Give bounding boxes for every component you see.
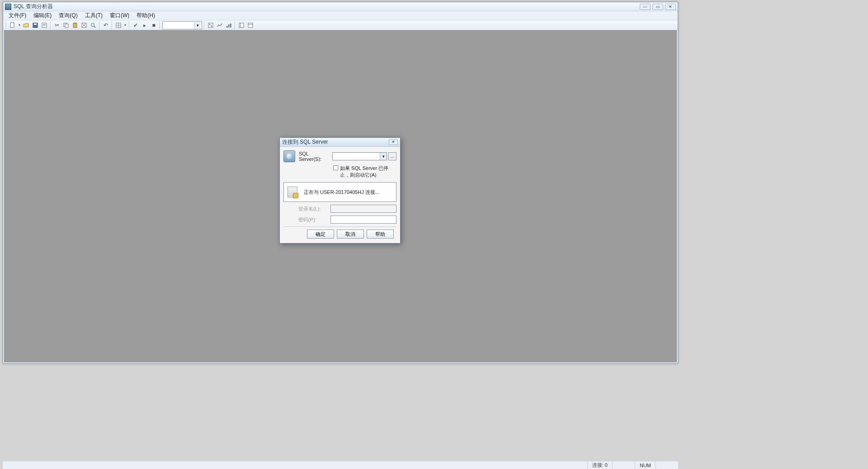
execute-mode-button[interactable] xyxy=(114,21,123,29)
password-row: 密码(P): xyxy=(283,216,396,224)
autostart-label: 如果 SQL Server 已停止，则启动它(A) xyxy=(340,165,396,178)
help-button[interactable]: 帮助 xyxy=(367,230,394,239)
execute-mode-dropdown[interactable] xyxy=(123,21,127,29)
connect-dialog: 连接到 SQL Server ✕ SQL Server(S): ▾ ... 如果… xyxy=(279,137,401,244)
clear-icon xyxy=(81,22,87,28)
svg-rect-24 xyxy=(230,23,231,28)
save-icon xyxy=(32,22,38,28)
toolbar-separator xyxy=(50,21,51,29)
svg-rect-9 xyxy=(74,23,76,24)
menu-edit[interactable]: 编辑(E) xyxy=(31,11,54,20)
titlebar[interactable]: SQL 查询分析器 — ▭ ✕ xyxy=(3,2,678,11)
dialog-title: 连接到 SQL Server xyxy=(282,138,328,146)
statusbar: 连接: 0 NUM xyxy=(3,461,678,469)
ok-button[interactable]: 确定 xyxy=(307,230,334,239)
undo-icon: ↶ xyxy=(104,23,108,28)
parse-button[interactable]: ✔ xyxy=(132,21,140,29)
open-file-button[interactable] xyxy=(22,21,30,29)
toolbar-separator xyxy=(129,21,130,29)
server-label: SQL Server(S): xyxy=(299,151,332,162)
autostart-row: 如果 SQL Server 已停止，则启动它(A) xyxy=(283,165,396,178)
clear-window-button[interactable] xyxy=(80,21,88,29)
status-connections: 连接: 0 xyxy=(587,461,612,469)
stop-icon: ■ xyxy=(152,23,155,28)
show-server-trace-button[interactable] xyxy=(216,21,224,29)
connection-hourglass-icon xyxy=(288,187,297,197)
undo-button[interactable]: ↶ xyxy=(102,21,110,29)
show-client-statistics-button[interactable] xyxy=(225,21,233,29)
stats-icon xyxy=(226,22,232,28)
chevron-down-icon: ▾ xyxy=(194,22,201,28)
paste-button[interactable] xyxy=(71,21,79,29)
toolbar-separator xyxy=(112,21,113,29)
execute-button[interactable]: ▸ xyxy=(141,21,149,29)
cut-icon: ✂ xyxy=(55,23,59,28)
toolbar-separator xyxy=(235,21,236,29)
password-input[interactable] xyxy=(330,216,396,224)
cancel-execute-button[interactable]: ■ xyxy=(150,21,158,29)
menu-help[interactable]: 帮助(H) xyxy=(134,11,158,20)
open-folder-icon xyxy=(23,22,29,28)
dialog-titlebar[interactable]: 连接到 SQL Server ✕ xyxy=(280,138,400,147)
svg-line-14 xyxy=(94,26,95,28)
find-button[interactable] xyxy=(89,21,97,29)
app-icon xyxy=(5,4,11,10)
new-query-dropdown[interactable] xyxy=(18,21,21,29)
toolbar-separator xyxy=(204,21,205,29)
minimize-button[interactable]: — xyxy=(640,4,651,10)
object-browser-icon xyxy=(238,22,245,28)
trace-icon xyxy=(217,22,223,28)
toolbar-separator xyxy=(99,21,100,29)
dialog-buttons: 确定 取消 帮助 xyxy=(283,226,396,239)
password-label: 密码(P): xyxy=(298,216,330,223)
browse-server-button[interactable]: ... xyxy=(388,152,396,160)
svg-rect-25 xyxy=(239,23,244,28)
insert-template-button[interactable] xyxy=(40,21,48,29)
template-icon xyxy=(41,22,47,28)
new-file-icon xyxy=(9,22,16,28)
connection-status-text: 正在与 USER-20170405HJ 连接... xyxy=(304,189,379,196)
object-search-button[interactable] xyxy=(246,21,255,29)
grid-mode-icon xyxy=(115,22,122,28)
cancel-button[interactable]: 取消 xyxy=(337,230,364,239)
maximize-button[interactable]: ▭ xyxy=(652,4,663,10)
autostart-checkbox[interactable] xyxy=(333,165,338,170)
svg-rect-7 xyxy=(65,24,68,28)
menu-file[interactable]: 文件(F) xyxy=(6,11,29,20)
object-browser-button[interactable] xyxy=(237,21,245,29)
new-query-button[interactable] xyxy=(9,21,17,29)
window-title: SQL 查询分析器 xyxy=(14,3,53,10)
svg-rect-22 xyxy=(226,26,228,28)
close-button[interactable]: ✕ xyxy=(665,4,676,10)
menu-tools[interactable]: 工具(T) xyxy=(82,11,105,20)
plan-icon xyxy=(208,22,214,28)
paste-icon xyxy=(72,22,78,28)
dialog-body: SQL Server(S): ▾ ... 如果 SQL Server 已停止，则… xyxy=(280,147,400,243)
menubar: 文件(F) 编辑(E) 查询(Q) 工具(T) 窗口(W) 帮助(H) xyxy=(3,11,678,20)
dialog-close-button[interactable]: ✕ xyxy=(389,139,398,145)
save-button[interactable] xyxy=(31,21,39,29)
check-icon: ✔ xyxy=(133,23,138,28)
chevron-down-icon: ▾ xyxy=(380,153,387,160)
toolbar: ✂ ↶ ✔ ▸ ■ ▾ xyxy=(3,20,678,30)
connection-status-panel: 正在与 USER-20170405HJ 连接... xyxy=(283,182,396,202)
status-num-lock: NUM xyxy=(635,461,656,469)
menu-window[interactable]: 窗口(W) xyxy=(107,11,132,20)
svg-point-13 xyxy=(91,23,94,26)
status-empty-1 xyxy=(612,461,635,469)
svg-rect-2 xyxy=(34,23,37,25)
menu-query[interactable]: 查询(Q) xyxy=(56,11,80,20)
toolbar-separator xyxy=(160,21,160,29)
copy-button[interactable] xyxy=(62,21,70,29)
server-combo[interactable]: ▾ xyxy=(332,152,387,160)
show-execution-plan-button[interactable] xyxy=(207,21,215,29)
login-input[interactable] xyxy=(330,205,396,213)
cut-button[interactable]: ✂ xyxy=(53,21,61,29)
play-icon: ▸ xyxy=(143,23,146,28)
server-row: SQL Server(S): ▾ ... xyxy=(283,150,396,162)
svg-rect-23 xyxy=(228,24,230,28)
window-controls: — ▭ ✕ xyxy=(640,4,676,10)
status-empty-2 xyxy=(656,461,678,469)
database-combo[interactable]: ▾ xyxy=(162,21,202,29)
toolbar-separator xyxy=(6,21,7,29)
